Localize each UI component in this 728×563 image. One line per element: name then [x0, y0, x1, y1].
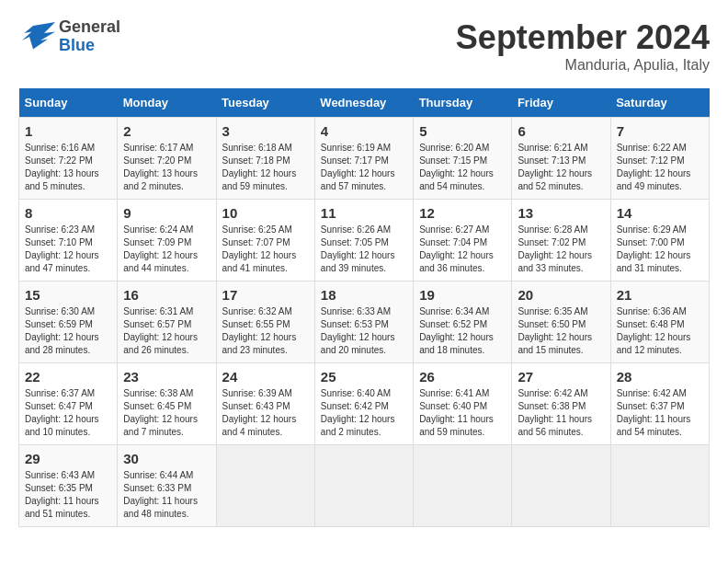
day-number: 16 [123, 287, 210, 303]
col-friday: Friday [512, 88, 610, 118]
day-number: 11 [321, 205, 407, 221]
day-number: 13 [518, 205, 604, 221]
day-number: 23 [123, 369, 210, 385]
day-info: Sunrise: 6:26 AMSunset: 7:05 PMDaylight:… [321, 224, 395, 273]
day-number: 30 [123, 451, 210, 466]
calendar-cell: 23 Sunrise: 6:38 AMSunset: 6:45 PMDaylig… [118, 363, 216, 445]
day-number: 5 [419, 123, 506, 139]
calendar-cell: 22 Sunrise: 6:37 AMSunset: 6:47 PMDaylig… [19, 363, 118, 445]
calendar-cell: 20 Sunrise: 6:35 AMSunset: 6:50 PMDaylig… [512, 282, 610, 363]
day-info: Sunrise: 6:17 AMSunset: 7:20 PMDaylight:… [123, 143, 198, 191]
day-number: 19 [419, 287, 506, 303]
calendar-cell: 11 Sunrise: 6:26 AMSunset: 7:05 PMDaylig… [314, 200, 413, 282]
calendar-header-row: Sunday Monday Tuesday Wednesday Thursday… [19, 88, 710, 118]
calendar-cell: 7 Sunrise: 6:22 AMSunset: 7:12 PMDayligh… [610, 118, 709, 200]
calendar-week-row: 1 Sunrise: 6:16 AMSunset: 7:22 PMDayligh… [19, 118, 710, 200]
day-number: 25 [321, 369, 407, 385]
calendar-cell: 30 Sunrise: 6:44 AMSunset: 6:33 PMDaylig… [118, 445, 216, 527]
day-info: Sunrise: 6:30 AMSunset: 6:59 PMDaylight:… [25, 306, 99, 355]
logo-name: General Blue [59, 18, 120, 55]
day-number: 6 [518, 123, 604, 139]
calendar-cell: 9 Sunrise: 6:24 AMSunset: 7:09 PMDayligh… [118, 200, 216, 282]
logo-general-text: General [59, 18, 120, 37]
calendar-week-row: 15 Sunrise: 6:30 AMSunset: 6:59 PMDaylig… [19, 282, 710, 363]
col-sunday: Sunday [19, 88, 118, 118]
calendar-cell: 13 Sunrise: 6:28 AMSunset: 7:02 PMDaylig… [512, 200, 610, 282]
logo: General Blue [18, 18, 120, 55]
day-info: Sunrise: 6:34 AMSunset: 6:52 PMDaylight:… [419, 306, 494, 355]
day-info: Sunrise: 6:29 AMSunset: 7:00 PMDaylight:… [617, 224, 691, 273]
location-subtitle: Manduria, Apulia, Italy [456, 57, 710, 74]
calendar-week-row: 29 Sunrise: 6:43 AMSunset: 6:35 PMDaylig… [19, 445, 710, 527]
day-number: 15 [25, 287, 111, 303]
day-info: Sunrise: 6:19 AMSunset: 7:17 PMDaylight:… [321, 143, 395, 191]
day-number: 18 [321, 287, 407, 303]
page-header: General Blue September 2024 Manduria, Ap… [18, 18, 710, 74]
day-info: Sunrise: 6:41 AMSunset: 6:40 PMDaylight:… [419, 388, 494, 437]
calendar-cell [216, 445, 314, 527]
day-info: Sunrise: 6:25 AMSunset: 7:07 PMDaylight:… [222, 224, 297, 273]
day-number: 24 [222, 369, 309, 385]
calendar-cell: 21 Sunrise: 6:36 AMSunset: 6:48 PMDaylig… [610, 282, 709, 363]
day-info: Sunrise: 6:31 AMSunset: 6:57 PMDaylight:… [123, 306, 198, 355]
day-number: 28 [617, 369, 703, 385]
day-info: Sunrise: 6:40 AMSunset: 6:42 PMDaylight:… [321, 388, 395, 437]
day-number: 3 [222, 123, 309, 139]
day-info: Sunrise: 6:24 AMSunset: 7:09 PMDaylight:… [123, 224, 198, 273]
calendar-cell: 2 Sunrise: 6:17 AMSunset: 7:20 PMDayligh… [118, 118, 216, 200]
calendar-cell: 12 Sunrise: 6:27 AMSunset: 7:04 PMDaylig… [414, 200, 512, 282]
calendar-cell [512, 445, 610, 527]
day-number: 29 [25, 451, 111, 466]
day-number: 2 [123, 123, 210, 139]
calendar-week-row: 22 Sunrise: 6:37 AMSunset: 6:47 PMDaylig… [19, 363, 710, 445]
col-thursday: Thursday [414, 88, 512, 118]
day-info: Sunrise: 6:23 AMSunset: 7:10 PMDaylight:… [25, 224, 99, 273]
col-tuesday: Tuesday [216, 88, 314, 118]
month-title: September 2024 [456, 18, 710, 57]
calendar-cell: 28 Sunrise: 6:42 AMSunset: 6:37 PMDaylig… [610, 363, 709, 445]
day-number: 20 [518, 287, 604, 303]
day-info: Sunrise: 6:38 AMSunset: 6:45 PMDaylight:… [123, 388, 198, 437]
calendar-cell: 24 Sunrise: 6:39 AMSunset: 6:43 PMDaylig… [216, 363, 314, 445]
calendar-cell: 25 Sunrise: 6:40 AMSunset: 6:42 PMDaylig… [314, 363, 413, 445]
day-info: Sunrise: 6:22 AMSunset: 7:12 PMDaylight:… [617, 143, 691, 191]
day-info: Sunrise: 6:42 AMSunset: 6:38 PMDaylight:… [518, 388, 592, 437]
day-info: Sunrise: 6:42 AMSunset: 6:37 PMDaylight:… [617, 388, 691, 437]
day-number: 14 [617, 205, 703, 221]
day-number: 17 [222, 287, 309, 303]
logo-bird-icon [18, 18, 55, 55]
calendar-cell: 6 Sunrise: 6:21 AMSunset: 7:13 PMDayligh… [512, 118, 610, 200]
day-info: Sunrise: 6:20 AMSunset: 7:15 PMDaylight:… [419, 143, 494, 191]
day-number: 4 [321, 123, 407, 139]
col-wednesday: Wednesday [314, 88, 413, 118]
day-number: 27 [518, 369, 604, 385]
calendar-cell: 19 Sunrise: 6:34 AMSunset: 6:52 PMDaylig… [414, 282, 512, 363]
day-info: Sunrise: 6:18 AMSunset: 7:18 PMDaylight:… [222, 143, 297, 191]
day-number: 1 [25, 123, 111, 139]
calendar-cell: 4 Sunrise: 6:19 AMSunset: 7:17 PMDayligh… [314, 118, 413, 200]
calendar-cell: 18 Sunrise: 6:33 AMSunset: 6:53 PMDaylig… [314, 282, 413, 363]
day-info: Sunrise: 6:27 AMSunset: 7:04 PMDaylight:… [419, 224, 494, 273]
calendar-cell: 8 Sunrise: 6:23 AMSunset: 7:10 PMDayligh… [19, 200, 118, 282]
svg-marker-0 [22, 22, 55, 50]
title-block: September 2024 Manduria, Apulia, Italy [456, 18, 710, 74]
day-number: 7 [617, 123, 703, 139]
day-info: Sunrise: 6:35 AMSunset: 6:50 PMDaylight:… [518, 306, 592, 355]
calendar-cell: 3 Sunrise: 6:18 AMSunset: 7:18 PMDayligh… [216, 118, 314, 200]
calendar-week-row: 8 Sunrise: 6:23 AMSunset: 7:10 PMDayligh… [19, 200, 710, 282]
day-info: Sunrise: 6:28 AMSunset: 7:02 PMDaylight:… [518, 224, 592, 273]
day-number: 9 [123, 205, 210, 221]
calendar-cell: 5 Sunrise: 6:20 AMSunset: 7:15 PMDayligh… [414, 118, 512, 200]
calendar-cell [610, 445, 709, 527]
calendar-cell: 27 Sunrise: 6:42 AMSunset: 6:38 PMDaylig… [512, 363, 610, 445]
day-info: Sunrise: 6:32 AMSunset: 6:55 PMDaylight:… [222, 306, 297, 355]
day-info: Sunrise: 6:43 AMSunset: 6:35 PMDaylight:… [25, 470, 99, 519]
day-info: Sunrise: 6:21 AMSunset: 7:13 PMDaylight:… [518, 143, 592, 191]
day-info: Sunrise: 6:39 AMSunset: 6:43 PMDaylight:… [222, 388, 297, 437]
day-number: 21 [617, 287, 703, 303]
col-monday: Monday [118, 88, 216, 118]
calendar-cell: 10 Sunrise: 6:25 AMSunset: 7:07 PMDaylig… [216, 200, 314, 282]
calendar-cell: 16 Sunrise: 6:31 AMSunset: 6:57 PMDaylig… [118, 282, 216, 363]
calendar-cell [314, 445, 413, 527]
day-number: 12 [419, 205, 506, 221]
